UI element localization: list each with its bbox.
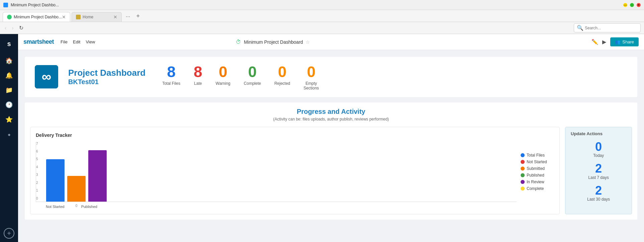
- chart-legend: Total Files Not Started Submitted: [521, 142, 554, 202]
- bar-chart-inner: 0 1 2 3 4 5 6 7: [36, 142, 517, 202]
- content-area: ∞ Project Dashboard BKTest01 8 Total Fil…: [18, 50, 644, 242]
- progress-title: Progress and Activity: [30, 108, 632, 115]
- search-icon: 🔍: [577, 25, 583, 31]
- legend-label-not-started: Not Started: [527, 160, 547, 164]
- tab-bar: Minimum Project Dashbo... ✕ Home ✕ ··· +: [0, 10, 644, 22]
- refresh-button[interactable]: ↻: [18, 23, 25, 32]
- dashboard-title: Project Dashboard: [68, 68, 145, 78]
- stat-complete: 0 Complete: [244, 63, 261, 90]
- y-label-4: 4: [36, 165, 38, 169]
- legend-dot-in-review: [521, 180, 525, 184]
- legend-dot-not-started: [521, 160, 525, 164]
- forward-button[interactable]: ›: [10, 24, 15, 32]
- doc-title-text: Minimum Project Dashboard: [244, 39, 303, 45]
- left-sidebar: s 🏠 🔔 📁 🕐 ⭐ ⬥ +: [0, 34, 18, 242]
- sidebar-item-favorites[interactable]: ⭐: [2, 113, 16, 126]
- stat-complete-label: Complete: [244, 81, 261, 86]
- address-input[interactable]: [585, 26, 638, 30]
- svg-text:s: s: [7, 40, 11, 47]
- tab-home[interactable]: Home ✕: [72, 12, 122, 22]
- edit-icon[interactable]: ✏️: [592, 39, 598, 45]
- stat-late-label: Late: [194, 81, 202, 86]
- app-logo: smartsheet: [23, 38, 54, 45]
- tab-dashboard[interactable]: Minimum Project Dashbo... ✕: [3, 12, 70, 22]
- delivery-tracker-container: Delivery Tracker 0 1 2 3 4: [30, 127, 560, 214]
- legend-published: Published: [521, 173, 554, 178]
- doc-star-icon[interactable]: ☆: [306, 39, 310, 45]
- maximize-button[interactable]: □: [630, 3, 634, 7]
- update-number-today: 0: [595, 140, 602, 154]
- stat-empty-sections-number: 0: [307, 63, 316, 80]
- sidebar-item-files[interactable]: 📁: [2, 83, 16, 97]
- legend-dot-total-files: [521, 153, 525, 157]
- menu-edit[interactable]: Edit: [73, 39, 80, 44]
- tab-favicon-dashboard: [7, 15, 12, 19]
- sidebar-item-home[interactable]: 🏠: [2, 54, 16, 67]
- bar-submitted: 0: [67, 176, 86, 202]
- update-number-7days: 2: [595, 162, 602, 175]
- bar-label-submitted: 0: [76, 204, 78, 208]
- menu-file[interactable]: File: [61, 39, 68, 44]
- sidebar-item-recent[interactable]: 🕐: [2, 98, 16, 111]
- app-menu: File Edit View: [61, 39, 95, 44]
- update-stat-7days: 2 Last 7 days: [571, 162, 626, 180]
- legend-dot-complete: [521, 187, 525, 191]
- progress-section: Progress and Activity (Activity can be: …: [25, 102, 637, 220]
- stat-rejected: 0 Rejected: [274, 63, 290, 90]
- legend-label-published: Published: [527, 173, 544, 178]
- legend-submitted: Submitted: [521, 166, 554, 171]
- minimize-button[interactable]: —: [623, 3, 627, 7]
- charts-row: Delivery Tracker 0 1 2 3 4: [30, 127, 632, 214]
- tab-close-dashboard[interactable]: ✕: [62, 14, 66, 20]
- legend-label-complete: Complete: [527, 186, 544, 191]
- stat-warning-label: Warning: [216, 81, 230, 86]
- app-header: smartsheet File Edit View ⏱ Minimum Proj…: [18, 34, 644, 50]
- sidebar-item-notifications[interactable]: 🔔: [2, 69, 16, 82]
- stat-warning: 0 Warning: [216, 63, 230, 90]
- dashboard-logo: ∞: [35, 65, 58, 88]
- update-actions-panel: Update Actions 0 Today 2 Last 7 days 2 L…: [565, 127, 632, 214]
- stat-rejected-label: Rejected: [274, 81, 290, 86]
- delivery-tracker-title: Delivery Tracker: [36, 133, 554, 138]
- y-label-2: 2: [36, 181, 38, 185]
- menu-view[interactable]: View: [86, 39, 95, 44]
- close-button[interactable]: ✕: [637, 3, 641, 7]
- stat-total-files-label: Total Files: [162, 81, 180, 86]
- dashboard-title-block: Project Dashboard BKTest01: [68, 68, 145, 86]
- window-controls: — □ ✕: [623, 3, 641, 7]
- update-label-today: Today: [593, 153, 604, 158]
- y-label-1: 1: [36, 189, 38, 192]
- share-label: Share: [622, 39, 634, 44]
- browser-title: Minimum Project Dashbo...: [11, 3, 59, 7]
- doc-title: ⏱ Minimum Project Dashboard ☆: [236, 39, 310, 45]
- main-area: smartsheet File Edit View ⏱ Minimum Proj…: [18, 34, 644, 242]
- new-tab-button[interactable]: +: [133, 11, 143, 22]
- tab-close-home[interactable]: ✕: [113, 14, 117, 20]
- update-label-7days: Last 7 days: [588, 175, 609, 180]
- status-not-started-label: Not Started: [46, 205, 65, 209]
- present-icon[interactable]: ▶: [602, 39, 606, 45]
- legend-dot-published: [521, 173, 525, 177]
- sidebar-logo: s: [3, 37, 15, 49]
- y-axis-labels: 0 1 2 3 4 5 6 7: [36, 142, 38, 202]
- legend-label-in-review: In Review: [527, 180, 544, 184]
- app-container: s 🏠 🔔 📁 🕐 ⭐ ⬥ + smartsheet File Edit Vie…: [0, 34, 644, 242]
- stat-late-number: 8: [194, 63, 202, 80]
- sidebar-item-apps[interactable]: ⬥: [2, 128, 16, 141]
- update-stat-30days: 2 Last 30 days: [571, 184, 626, 202]
- tab-more-button[interactable]: ···: [123, 12, 133, 22]
- svg-text:∞: ∞: [42, 69, 51, 84]
- share-button[interactable]: 👥 Share: [610, 37, 639, 46]
- sidebar-add-button[interactable]: +: [4, 228, 14, 239]
- back-button[interactable]: ‹: [3, 24, 8, 32]
- status-published-label: Published: [81, 205, 97, 209]
- tab-label-home: Home: [83, 15, 93, 19]
- tab-label-dashboard: Minimum Project Dashbo...: [14, 15, 62, 19]
- update-actions-title: Update Actions: [571, 131, 626, 136]
- address-bar: ‹ › ↻ 🔍: [0, 22, 644, 34]
- stat-complete-number: 0: [248, 63, 257, 80]
- browser-title-bar: Minimum Project Dashbo... — □ ✕: [0, 0, 644, 10]
- stat-late: 8 Late: [194, 63, 202, 90]
- update-stat-today: 0 Today: [571, 140, 626, 158]
- y-label-5: 5: [36, 157, 38, 161]
